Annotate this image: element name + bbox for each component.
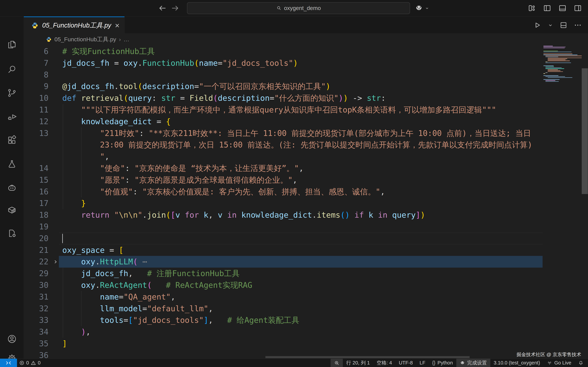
python-interpreter[interactable]: 3.10.0 (test_oxygent) <box>490 359 544 367</box>
line-number[interactable]: 9 <box>24 81 49 92</box>
code-line[interactable]: "使命": "京东的使命是 “技术为本，让生活更美好”。", <box>62 162 304 174</box>
line-number[interactable]: 36 <box>24 350 49 359</box>
code-row[interactable]: 13 "211时效": "**京东211时效**: 当日上午 11:00 前提交… <box>24 127 542 139</box>
line-number[interactable]: 18 <box>24 209 49 221</box>
testing-icon[interactable] <box>7 159 17 169</box>
go-live-button[interactable]: Go Live <box>544 359 575 367</box>
line-number[interactable]: 35 <box>24 338 49 350</box>
code-line[interactable]: "愿景": "京东的愿景是成为全球最值得信赖的企业。", <box>62 174 297 186</box>
cursor-position[interactable]: 行 20, 列 1 <box>343 359 373 367</box>
code-row[interactable]: 23:00 前提交的现货订单，次日 15:00 前送达。(注: 先货订单以提交时… <box>24 139 542 151</box>
line-number[interactable]: 10 <box>24 92 49 104</box>
tab-05-functionhub[interactable]: 05_FunctionHub工具.py × <box>24 17 125 34</box>
vertical-scrollbar[interactable] <box>582 68 588 194</box>
line-number[interactable]: 7 <box>24 57 49 69</box>
code-row[interactable]: 34 ), <box>24 326 542 338</box>
copilot-status-button[interactable]: 完成设置 <box>456 359 490 367</box>
code-line[interactable]: oxy.HttpLLM( ⋯ <box>62 256 147 267</box>
code-line[interactable]: ] <box>62 338 67 350</box>
chat-copilot-icon[interactable] <box>7 183 17 193</box>
minimap[interactable] <box>543 45 582 96</box>
code-line[interactable]: ), <box>62 326 91 338</box>
line-number[interactable]: 22 <box>24 256 49 267</box>
code-row[interactable]: 12 knowledage_dict = { <box>24 116 542 127</box>
line-number[interactable]: 19 <box>24 221 49 233</box>
code-line[interactable]: llm_model="default_llm", <box>62 303 213 315</box>
code-line[interactable]: jd_docs_fh, # 注册FunctionHub工具 <box>62 267 240 279</box>
code-row[interactable]: 31 name="QA_agent", <box>24 291 542 303</box>
code-row[interactable]: 35] <box>24 338 542 350</box>
language-mode[interactable]: {} Python <box>429 359 456 367</box>
code-row[interactable]: 6# 实现FunctionHub工具 <box>24 46 542 57</box>
code-row[interactable]: 30 oxy.ReActAgent( # ReActAgent实现RAG <box>24 279 542 291</box>
encoding[interactable]: UTF-8 <box>395 359 416 367</box>
code-line[interactable]: oxy.ReActAgent( # ReActAgent实现RAG <box>62 279 252 291</box>
toggle-secondary-sidebar-icon[interactable] <box>573 4 582 13</box>
code-row[interactable]: 14 "使命": "京东的使命是 “技术为本，让生活更美好”。", <box>24 162 542 174</box>
problems-indicator[interactable]: 0 0 <box>19 359 41 367</box>
code-line[interactable]: def retrieval(query: str = Field(descrip… <box>62 92 386 104</box>
toggle-panel-icon[interactable] <box>558 4 567 13</box>
breadcrumb-more[interactable]: … <box>123 36 129 43</box>
container-icon[interactable] <box>7 205 17 215</box>
horizontal-scrollbar[interactable] <box>265 356 470 358</box>
line-number[interactable]: 20 <box>24 233 49 244</box>
account-icon[interactable] <box>7 334 17 344</box>
run-debug-icon[interactable] <box>7 111 17 122</box>
code-row[interactable]: 20 <box>24 233 542 244</box>
eol-sequence[interactable]: LF <box>416 359 429 367</box>
line-number[interactable]: 31 <box>24 291 49 303</box>
code-line[interactable]: "价值观": "京东核心价值观是: 客户为先、创新、拼搏、担当、感恩、诚信。", <box>62 186 385 198</box>
source-control-icon[interactable] <box>7 88 17 98</box>
line-number[interactable]: 13 <box>24 127 49 139</box>
run-file-icon[interactable] <box>533 21 541 29</box>
code-row[interactable]: 7jd_docs_fh = oxy.FunctionHub(name="jd_d… <box>24 57 542 69</box>
code-row[interactable]: ", <box>24 151 542 162</box>
line-number[interactable]: 29 <box>24 267 49 279</box>
line-number[interactable]: 15 <box>24 174 49 186</box>
code-row[interactable]: 9@jd_docs_fh.tool(description="一个可以召回京东相… <box>24 81 542 92</box>
line-number[interactable]: 12 <box>24 116 49 127</box>
code-line[interactable]: knowledage_dict = { <box>62 116 171 127</box>
code-row[interactable]: 8 <box>24 69 542 81</box>
remote-indicator[interactable] <box>0 359 17 367</box>
line-number[interactable]: 17 <box>24 197 49 209</box>
breadcrumb-file[interactable]: 05_FunctionHub工具.py <box>54 35 116 43</box>
code-row[interactable]: 32 llm_model="default_llm", <box>24 303 542 315</box>
line-number[interactable]: 14 <box>24 162 49 174</box>
code-line[interactable]: @jd_docs_fh.tool(description="一个可以召回京东相关… <box>62 81 330 92</box>
code-line[interactable]: } <box>62 197 86 209</box>
extensions-icon[interactable] <box>7 135 17 145</box>
line-number[interactable]: 34 <box>24 326 49 338</box>
code-line[interactable]: "211时效": "**京东211时效**: 当日上午 11:00 前提交的现货… <box>62 127 531 139</box>
split-editor-icon[interactable] <box>559 21 568 29</box>
line-number[interactable]: 21 <box>24 244 49 256</box>
toggle-sidebar-icon[interactable] <box>543 4 552 13</box>
line-number[interactable]: 11 <box>24 104 49 116</box>
line-number[interactable]: 8 <box>24 69 49 81</box>
breadcrumb[interactable]: 05_FunctionHub工具.py › … <box>24 34 588 45</box>
code-row[interactable]: 21oxy_space = [ <box>24 244 542 256</box>
code-row[interactable]: 33 tools=["jd_docs_tools"], # 给Agent装配工具 <box>24 314 542 326</box>
code-line[interactable]: oxy_space = [ <box>62 244 123 256</box>
back-arrow-icon[interactable] <box>158 4 167 13</box>
customize-layout-icon[interactable] <box>527 4 536 13</box>
code-row[interactable]: 11 """以下用字符匹配模拟，而生产环境中，通常根据query从知识库中召回t… <box>24 104 542 116</box>
run-dropdown-chevron-icon[interactable] <box>547 22 553 28</box>
line-number[interactable]: 30 <box>24 279 49 291</box>
forward-arrow-icon[interactable] <box>171 4 180 13</box>
line-number[interactable]: 16 <box>24 186 49 198</box>
zoom-status-button[interactable] <box>331 359 343 367</box>
code-line[interactable]: # 实现FunctionHub工具 <box>62 46 155 57</box>
code-line[interactable]: name="QA_agent", <box>62 291 175 303</box>
explorer-icon[interactable] <box>7 39 17 50</box>
notifications-bell[interactable] <box>575 359 586 367</box>
code-row[interactable]: 17 } <box>24 197 542 209</box>
line-number[interactable]: 33 <box>24 314 49 326</box>
fold-chevron-icon[interactable] <box>52 259 59 265</box>
code-row[interactable]: 10def retrieval(query: str = Field(descr… <box>24 92 542 104</box>
line-number[interactable]: 32 <box>24 303 49 315</box>
code-line[interactable]: ", <box>62 151 109 162</box>
code-editor[interactable]: 6# 实现FunctionHub工具7jd_docs_fh = oxy.Func… <box>24 45 588 359</box>
copilot-menu-button[interactable] <box>415 3 429 13</box>
